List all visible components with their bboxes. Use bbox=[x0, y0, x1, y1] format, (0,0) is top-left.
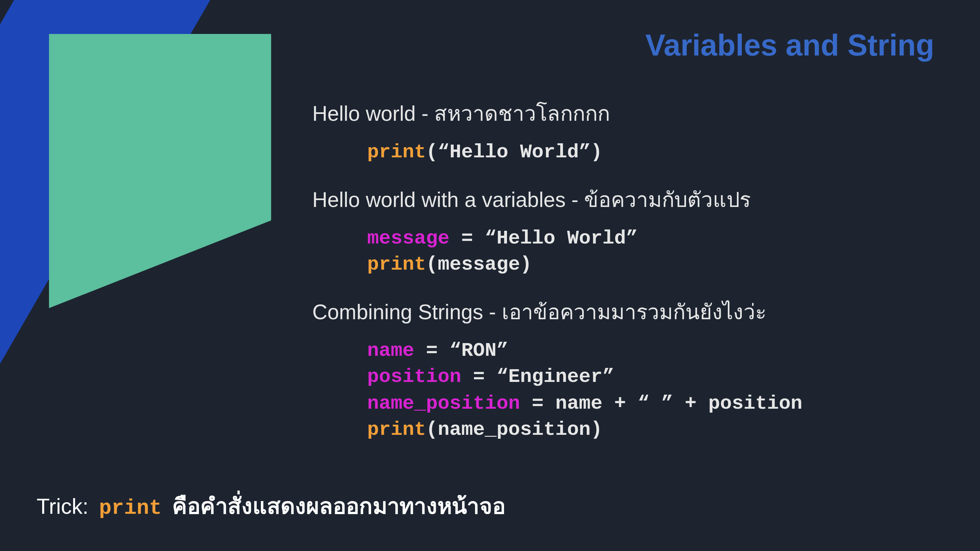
trick-label: Trick: bbox=[37, 494, 89, 519]
section-heading: Hello world - สหวาดชาวโลกกกก bbox=[312, 97, 953, 130]
code-token: = “Hello World” bbox=[450, 227, 638, 249]
code-block: name = “RON” position = “Engineer” name_… bbox=[367, 337, 953, 443]
code-token: print bbox=[367, 141, 426, 163]
code-token: (“Hello World”) bbox=[426, 141, 602, 163]
code-block: message = “Hello World” print(message) bbox=[367, 225, 953, 278]
code-token: name bbox=[367, 339, 414, 361]
code-token: print bbox=[367, 253, 426, 275]
trick-line: Trick: print คือคำสั่งแสดงผลออกมาทางหน้า… bbox=[37, 488, 505, 524]
code-token: (message) bbox=[426, 253, 532, 275]
code-token: print bbox=[367, 418, 426, 441]
code-token: message bbox=[367, 227, 450, 249]
slide-title: Variables and String bbox=[645, 27, 934, 63]
code-block: print(“Hello World”) bbox=[367, 139, 953, 165]
code-token: name_position bbox=[367, 392, 520, 414]
code-token: position bbox=[367, 365, 461, 388]
slide: Variables and String Hello world - สหวาด… bbox=[0, 0, 980, 551]
trick-description: คือคำสั่งแสดงผลออกมาทางหน้าจอ bbox=[172, 488, 505, 524]
decor-teal-shape bbox=[49, 34, 271, 308]
code-token: = name + “ ” + position bbox=[520, 392, 802, 414]
section-heading: Combining Strings - เอาข้อความมารวมกันยั… bbox=[312, 295, 953, 328]
section-heading: Hello world with a variables - ข้อความกั… bbox=[312, 183, 953, 216]
trick-print-keyword: print bbox=[99, 496, 162, 520]
code-token: = “RON” bbox=[414, 339, 508, 361]
code-token: = “Engineer” bbox=[461, 365, 614, 388]
code-token: (name_position) bbox=[426, 418, 602, 441]
slide-content: Hello world - สหวาดชาวโลกกกกprint(“Hello… bbox=[312, 97, 953, 455]
